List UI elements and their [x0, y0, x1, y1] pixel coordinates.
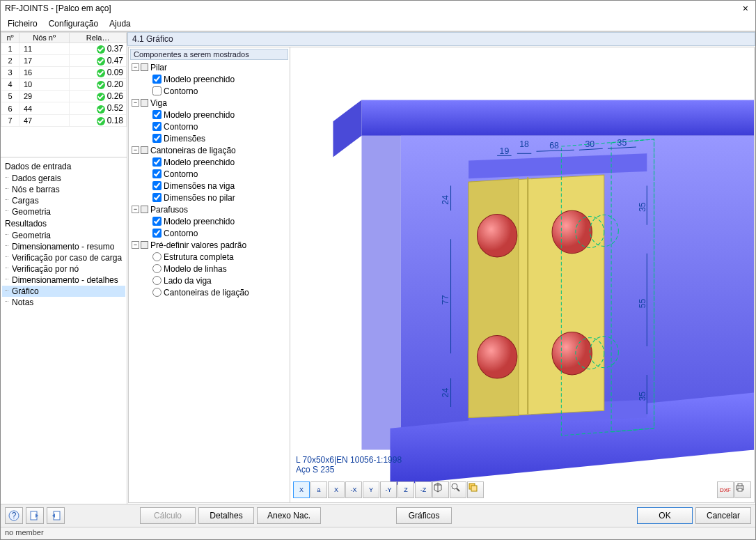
checkbox[interactable]	[152, 229, 162, 238]
view-neg-y-button[interactable]: -Y	[380, 481, 397, 498]
checkbox[interactable]	[152, 110, 162, 119]
nav-group-results[interactable]: Resultados	[2, 217, 125, 230]
checkbox[interactable]	[152, 122, 162, 131]
tree-node[interactable]: Modelo preenchido	[129, 109, 290, 121]
nav-item-grafico[interactable]: Gráfico	[2, 286, 125, 297]
svg-line-31	[457, 488, 459, 491]
checkbox[interactable]	[152, 217, 162, 226]
checkbox[interactable]	[152, 181, 162, 190]
menu-config[interactable]: Configuração	[43, 17, 104, 30]
menu-bar: Ficheiro Configuração Ajuda	[1, 16, 755, 31]
nav-item[interactable]: Cargas	[2, 195, 125, 206]
th-nodes[interactable]: Nós nº	[19, 33, 70, 43]
ok-button[interactable]: OK	[637, 507, 693, 524]
graphics-button[interactable]: Gráficos	[396, 507, 452, 524]
viewer-3d[interactable]: 19 18 68 30 35 24 77 24 35 55 35 L 70x50	[290, 47, 754, 502]
prev-icon	[29, 510, 40, 521]
nav-item[interactable]: Verificação por caso de carga	[2, 252, 125, 263]
table-row[interactable]: 3160.09	[1, 67, 127, 79]
view-pos-x-button[interactable]: X	[328, 481, 345, 498]
radio[interactable]	[152, 288, 162, 297]
collapse-icon[interactable]: −	[132, 63, 139, 71]
national-annex-button[interactable]: Anexo Nac.	[257, 507, 321, 524]
table-row[interactable]: 7470.18	[1, 114, 127, 126]
tree-node[interactable]: Modelo preenchido	[129, 73, 290, 85]
checkbox[interactable]	[152, 193, 162, 202]
zoom-button[interactable]	[450, 481, 466, 498]
calculate-button[interactable]: Cálculo	[140, 507, 196, 524]
radio[interactable]	[152, 252, 162, 261]
tree-node-predefine[interactable]: −Pré-definir valores padrão	[129, 239, 290, 251]
export-dxf-button[interactable]: DXF	[717, 481, 734, 498]
copy-button[interactable]	[467, 481, 484, 498]
tree-node[interactable]: Dimensões na viga	[129, 180, 290, 192]
svg-rect-35	[738, 484, 742, 486]
menu-help[interactable]: Ajuda	[104, 17, 136, 30]
checkbox[interactable]	[152, 75, 162, 84]
collapse-icon[interactable]: −	[132, 99, 139, 107]
nav-item[interactable]: Verificação por nó	[2, 263, 125, 275]
tree-node-viga[interactable]: −Viga	[129, 97, 290, 109]
tree-node[interactable]: Modelo preenchido	[129, 156, 290, 168]
view-a-button[interactable]: a	[310, 481, 327, 498]
nav-item[interactable]: Dados gerais	[2, 173, 125, 184]
table-row[interactable]: 2170.47	[1, 55, 127, 67]
nav-item[interactable]: Nós e barras	[2, 184, 125, 195]
checkbox[interactable]	[152, 134, 162, 143]
th-ratio[interactable]: Rela…	[70, 33, 127, 43]
nav-item[interactable]: Dimensionamento - resumo	[2, 241, 125, 252]
cancel-button[interactable]: Cancelar	[695, 507, 751, 524]
collapse-icon[interactable]: −	[132, 206, 139, 213]
nav-item[interactable]: Notas	[2, 297, 125, 308]
close-icon[interactable]: ×	[740, 3, 751, 14]
prev-page-button[interactable]	[26, 507, 44, 524]
tree-node[interactable]: Dimensões	[129, 132, 290, 144]
tree-node[interactable]: Lado da viga	[129, 275, 290, 286]
checkbox[interactable]	[152, 169, 162, 178]
tree-node[interactable]: Estrutura completa	[129, 251, 290, 263]
print-button[interactable]	[734, 481, 751, 498]
tree-node[interactable]: Contorno	[129, 85, 290, 97]
nav-group-input[interactable]: Dados de entrada	[2, 160, 125, 173]
tree-node-parafusos[interactable]: −Parafusos	[129, 203, 290, 215]
group-icon	[141, 99, 148, 107]
tree-node-pilar[interactable]: −Pilar	[129, 61, 290, 73]
nav-item[interactable]: Dimensionamento - detalhes	[2, 275, 125, 286]
results-table: nº Nós nº Rela… 1110.37 2170.47 3160.09 …	[1, 32, 127, 157]
tree-node[interactable]: Dimensões no pilar	[129, 192, 290, 203]
view-neg-z-button[interactable]: -Z	[415, 481, 432, 498]
tree-node[interactable]: Contorno	[129, 121, 290, 132]
checkbox[interactable]	[152, 157, 162, 167]
tree-node[interactable]: Cantoneiras de ligação	[129, 286, 290, 298]
table-row[interactable]: 4100.20	[1, 79, 127, 91]
nav-item[interactable]: Geometria	[2, 206, 125, 217]
view-iso-button[interactable]	[432, 481, 449, 498]
view-toolbar: X a X -X Y -Y Z -Z DXF	[293, 480, 751, 500]
svg-text:35: 35	[638, 392, 647, 401]
table-row[interactable]: 5290.26	[1, 91, 127, 102]
collapse-icon[interactable]: −	[132, 241, 139, 249]
tree-node-cantoneiras[interactable]: −Cantoneiras de ligação	[129, 144, 290, 156]
menu-file[interactable]: Ficheiro	[2, 17, 43, 30]
view-x-button[interactable]: X	[293, 481, 310, 498]
details-button[interactable]: Detalhes	[198, 507, 254, 524]
tree-node[interactable]: Modelo de linhas	[129, 263, 290, 275]
tree-node[interactable]: Modelo preenchido	[129, 215, 290, 227]
copy-icon	[468, 482, 483, 497]
nav-item[interactable]: Geometria	[2, 230, 125, 241]
tree-node[interactable]: Contorno	[129, 227, 290, 239]
collapse-icon[interactable]: −	[132, 146, 139, 154]
tree-node[interactable]: Contorno	[129, 168, 290, 180]
left-column: nº Nós nº Rela… 1110.37 2170.47 3160.09 …	[1, 32, 127, 504]
table-row[interactable]: 1110.37	[1, 43, 127, 55]
view-pos-y-button[interactable]: Y	[363, 481, 379, 498]
next-page-button[interactable]	[47, 507, 65, 524]
radio[interactable]	[152, 276, 162, 285]
view-pos-z-button[interactable]: Z	[397, 481, 414, 498]
checkbox[interactable]	[152, 86, 162, 95]
table-row[interactable]: 6440.52	[1, 102, 127, 114]
radio[interactable]	[152, 264, 162, 273]
help-button[interactable]: ?	[5, 507, 23, 524]
th-no[interactable]: nº	[1, 33, 19, 43]
view-neg-x-button[interactable]: -X	[345, 481, 362, 498]
